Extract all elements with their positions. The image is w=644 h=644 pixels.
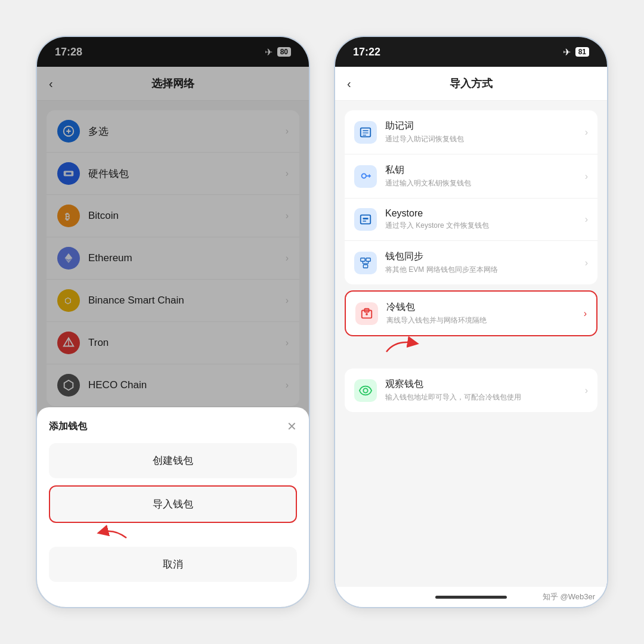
keystore-texts: Keystore 通过导入 Keystore 文件恢复钱包 xyxy=(385,208,577,231)
home-bar-right xyxy=(435,596,507,599)
cold-texts: 冷钱包 离线导入钱包并与网络环境隔绝 xyxy=(386,301,575,326)
modal-header: 添加钱包 ✕ xyxy=(49,419,297,434)
cold-icon xyxy=(355,302,378,325)
battery-right: 81 xyxy=(575,47,589,57)
keystore-sub: 通过导入 Keystore 文件恢复钱包 xyxy=(385,221,577,231)
import-group-1: 助记词 通过导入助记词恢复钱包 › 私钥 通过输入明 xyxy=(345,110,597,284)
watch-arrow: › xyxy=(585,385,588,396)
import-item-keystore[interactable]: Keystore 通过导入 Keystore 文件恢复钱包 › xyxy=(345,199,597,241)
mnemonic-texts: 助记词 通过导入助记词恢复钱包 xyxy=(385,120,577,144)
sync-title: 钱包同步 xyxy=(385,250,577,263)
watch-sub: 输入钱包地址即可导入，可配合冷钱包使用 xyxy=(385,392,577,402)
privatekey-texts: 私钥 通过输入明文私钥恢复钱包 xyxy=(385,164,577,188)
screen-left: ‹ 选择网络 多选 › 硬件钱包 xyxy=(37,67,309,587)
modal-title: 添加钱包 xyxy=(49,420,87,433)
add-wallet-modal-sheet: 添加钱包 ✕ 创建钱包 导入钱包 xyxy=(37,407,309,587)
watch-texts: 观察钱包 输入钱包地址即可导入，可配合冷钱包使用 xyxy=(385,378,577,402)
cold-title: 冷钱包 xyxy=(386,301,575,314)
time-right: 17:22 xyxy=(353,46,380,58)
import-item-cold[interactable]: 冷钱包 离线导入钱包并与网络环境隔绝 › xyxy=(346,292,596,335)
watermark: 知乎 @Web3er xyxy=(543,592,595,602)
svg-point-24 xyxy=(366,313,368,315)
svg-rect-21 xyxy=(363,264,367,268)
sync-sub: 将其他 EVM 网络钱包同步至本网络 xyxy=(385,265,577,275)
keystore-arrow: › xyxy=(585,214,588,225)
back-button-right[interactable]: ‹ xyxy=(347,77,351,91)
keystore-title: Keystore xyxy=(385,208,577,219)
watch-title: 观察钱包 xyxy=(385,378,577,391)
cold-arrow: › xyxy=(584,308,587,319)
svg-rect-20 xyxy=(366,258,370,261)
watch-wallet-card: 观察钱包 输入钱包地址即可导入，可配合冷钱包使用 › xyxy=(345,369,597,412)
import-wallet-button[interactable]: 导入钱包 xyxy=(49,485,297,523)
import-item-mnemonic[interactable]: 助记词 通过导入助记词恢复钱包 › xyxy=(345,110,597,154)
add-wallet-modal-overlay: 添加钱包 ✕ 创建钱包 导入钱包 xyxy=(37,67,309,587)
airplane-icon-right: ✈ xyxy=(563,47,571,58)
cancel-button[interactable]: 取消 xyxy=(49,547,297,582)
import-item-sync[interactable]: 钱包同步 将其他 EVM 网络钱包同步至本网络 › xyxy=(345,241,597,284)
page-title-right: 导入方式 xyxy=(450,76,493,91)
status-icons-right: ✈ 81 xyxy=(563,47,589,58)
privatekey-sub: 通过输入明文私钥恢复钱包 xyxy=(385,178,577,188)
privatekey-arrow: › xyxy=(585,171,588,182)
svg-point-15 xyxy=(362,174,366,178)
import-methods-list: 助记词 通过导入助记词恢复钱包 › 私钥 通过输入明 xyxy=(335,101,607,587)
mnemonic-arrow: › xyxy=(585,127,588,138)
cold-sub: 离线导入钱包并与网络环境隔绝 xyxy=(386,315,575,326)
keystore-icon xyxy=(354,208,377,231)
sync-arrow: › xyxy=(585,258,588,268)
svg-rect-19 xyxy=(361,258,365,261)
modal-close-button[interactable]: ✕ xyxy=(287,419,297,434)
sync-texts: 钱包同步 将其他 EVM 网络钱包同步至本网络 xyxy=(385,250,577,275)
svg-rect-17 xyxy=(363,218,368,219)
svg-point-25 xyxy=(363,388,367,392)
import-item-privatekey[interactable]: 私钥 通过输入明文私钥恢复钱包 › xyxy=(345,154,597,199)
sync-icon xyxy=(354,252,377,274)
mnemonic-icon xyxy=(354,121,377,144)
privatekey-title: 私钥 xyxy=(385,164,577,177)
screen-right: ‹ 导入方式 助记词 xyxy=(335,67,607,587)
page-header-right: ‹ 导入方式 xyxy=(335,67,607,101)
cold-wallet-card[interactable]: 冷钱包 离线导入钱包并与网络环境隔绝 › xyxy=(345,290,597,336)
right-phone: 17:22 ✈ 81 ‹ 导入方式 xyxy=(334,36,608,608)
privatekey-icon xyxy=(354,165,377,188)
mnemonic-title: 助记词 xyxy=(385,120,577,132)
import-item-watch[interactable]: 观察钱包 输入钱包地址即可导入，可配合冷钱包使用 › xyxy=(345,369,597,412)
create-wallet-button[interactable]: 创建钱包 xyxy=(49,443,297,478)
status-bar-right: 17:22 ✈ 81 xyxy=(335,37,607,67)
left-phone: 17:28 ✈ 80 ‹ 选择网络 多选 › xyxy=(36,36,310,608)
watch-icon xyxy=(354,379,377,402)
mnemonic-sub: 通过导入助记词恢复钱包 xyxy=(385,134,577,144)
